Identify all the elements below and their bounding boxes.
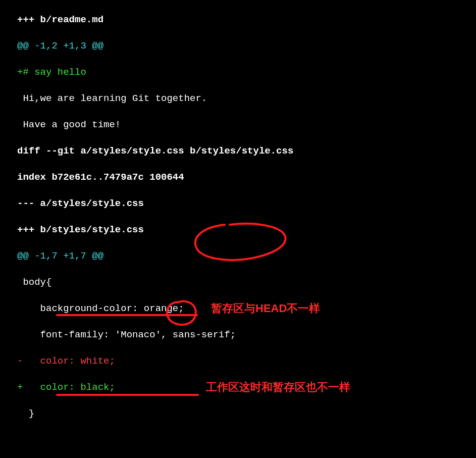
terminal-output: +++ b/readme.md @@ -1,2 +1,3 @@ +# say h…	[0, 0, 476, 458]
diff-context-line: font-family: 'Monaco', sans-serif;	[17, 328, 476, 341]
diff-file-plus: +++ b/readme.md	[17, 13, 476, 26]
diff-context-line: }	[17, 407, 476, 420]
diff-index-line: index b72e61c..7479a7c 100644	[17, 171, 476, 184]
diff-context-line: Have a good time!	[17, 118, 476, 131]
diff-context-line: Hi,we are learning Git together.	[17, 92, 476, 105]
diff-command-line: diff --git a/styles/style.css b/styles/s…	[17, 144, 476, 158]
blank-line	[17, 433, 476, 446]
diff-hunk-header: @@ -1,7 +1,7 @@	[17, 249, 476, 263]
diff-added-line: + color: black;	[17, 381, 476, 394]
diff-added-line: +# say hello	[17, 66, 476, 79]
diff-removed-line: - color: white;	[17, 354, 476, 368]
diff-context-line: background-color: orange;	[17, 302, 476, 315]
diff-file-plus: +++ b/styles/style.css	[17, 223, 476, 236]
diff-context-line: body{	[17, 276, 476, 289]
diff-file-minus: --- a/styles/style.css	[17, 197, 476, 210]
diff-hunk-header: @@ -1,2 +1,3 @@	[17, 39, 476, 53]
